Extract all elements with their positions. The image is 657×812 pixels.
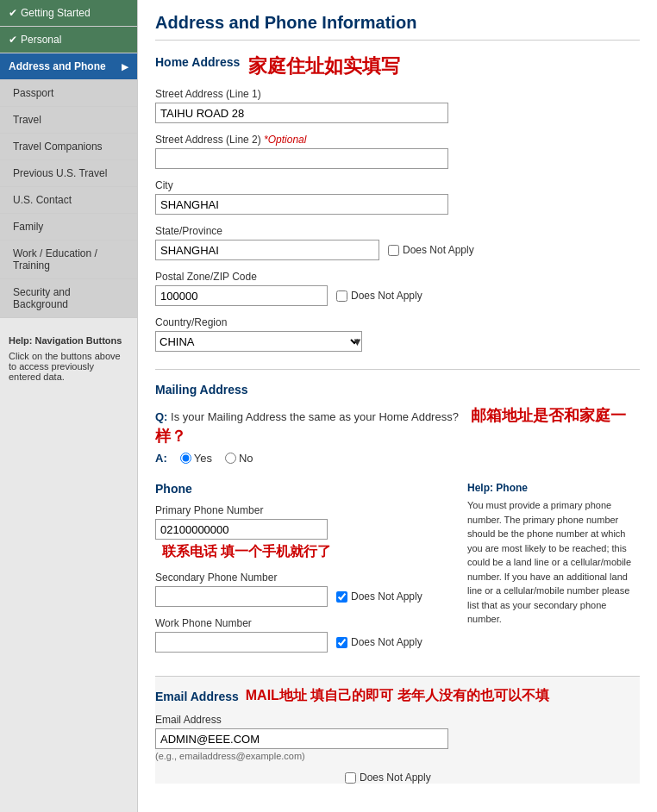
country-select[interactable]: CHINA UNITED STATES OTHER bbox=[155, 331, 362, 352]
email-group: Email Address (e.g., emailaddress@exampl… bbox=[155, 714, 640, 761]
work-does-not-apply-row: Does Not Apply bbox=[336, 636, 422, 648]
no-option[interactable]: No bbox=[225, 452, 253, 465]
email-does-not-apply-row: Does Not Apply bbox=[345, 771, 640, 784]
street1-input[interactable] bbox=[155, 103, 448, 123]
street2-group: Street Address (Line 2) *Optional bbox=[155, 134, 640, 169]
phone-section: Phone Primary Phone Number 联系电话 填一个手机就行了… bbox=[155, 482, 450, 663]
email-section: Email Address MAIL地址 填自己的即可 老年人没有的也可以不填 … bbox=[155, 676, 640, 784]
secondary-does-not-apply-label: Does Not Apply bbox=[351, 590, 422, 603]
work-does-not-apply-checkbox[interactable] bbox=[336, 637, 347, 648]
mailing-address-section: Mailing Address Q: Is your Mailing Addre… bbox=[155, 383, 640, 465]
sidebar-item-passport[interactable]: Passport bbox=[0, 80, 137, 107]
email-title-row: Email Address MAIL地址 填自己的即可 老年人没有的也可以不填 bbox=[155, 687, 640, 705]
state-does-not-apply-row: Does Not Apply bbox=[388, 244, 474, 256]
sidebar-label-family: Family bbox=[13, 221, 43, 233]
sidebar-label-us-contact: U.S. Contact bbox=[13, 194, 72, 206]
sidebar: ✔ Getting Started ✔ Personal Address and… bbox=[0, 0, 138, 812]
page-title: Address and Phone Information bbox=[155, 13, 640, 41]
sidebar-item-family[interactable]: Family bbox=[0, 214, 137, 240]
sidebar-help-text: Click on the buttons above to access pre… bbox=[9, 351, 128, 382]
sidebar-label-passport: Passport bbox=[13, 87, 53, 99]
postal-does-not-apply-checkbox[interactable] bbox=[336, 290, 347, 302]
state-does-not-apply-checkbox[interactable] bbox=[388, 245, 399, 256]
postal-input[interactable] bbox=[155, 285, 328, 306]
sidebar-label-work-education: Work / Education / Training bbox=[13, 247, 128, 272]
sidebar-label-travel: Travel bbox=[13, 114, 41, 126]
sidebar-item-personal[interactable]: ✔ Personal bbox=[0, 27, 137, 53]
sidebar-item-travel-companions[interactable]: Travel Companions bbox=[0, 134, 137, 160]
primary-phone-input[interactable] bbox=[155, 519, 328, 540]
postal-does-not-apply-label: Does Not Apply bbox=[351, 290, 422, 302]
mailing-question-text: Is your Mailing Address the same as your… bbox=[171, 410, 459, 423]
email-input[interactable] bbox=[155, 728, 448, 749]
primary-phone-group: Primary Phone Number 联系电话 填一个手机就行了 bbox=[155, 504, 450, 561]
sidebar-item-us-contact[interactable]: U.S. Contact bbox=[0, 187, 137, 214]
country-label: Country/Region bbox=[155, 316, 640, 328]
sidebar-label-personal: Personal bbox=[21, 34, 128, 46]
sidebar-item-travel[interactable]: Travel bbox=[0, 107, 137, 134]
sidebar-item-previous-us-travel[interactable]: Previous U.S. Travel bbox=[0, 160, 137, 187]
sidebar-help-title: Help: Navigation Buttons bbox=[9, 335, 128, 346]
sidebar-label-previous-us-travel: Previous U.S. Travel bbox=[13, 167, 107, 179]
street1-label: Street Address (Line 1) bbox=[155, 88, 640, 100]
street2-optional: *Optional bbox=[264, 134, 306, 146]
city-group: City bbox=[155, 179, 640, 215]
phone-help-row: Phone Primary Phone Number 联系电话 填一个手机就行了… bbox=[155, 482, 640, 663]
state-does-not-apply-label: Does Not Apply bbox=[403, 244, 474, 256]
sidebar-item-work-education[interactable]: Work / Education / Training bbox=[0, 240, 137, 279]
work-does-not-apply-label: Does Not Apply bbox=[351, 636, 422, 648]
sidebar-item-security-background[interactable]: Security and Background bbox=[0, 279, 137, 318]
email-section-title: Email Address bbox=[155, 690, 239, 703]
yes-radio[interactable] bbox=[180, 453, 191, 464]
city-label: City bbox=[155, 179, 640, 191]
sidebar-arrow-address-phone: ▶ bbox=[122, 62, 128, 72]
secondary-does-not-apply-row: Does Not Apply bbox=[336, 590, 422, 603]
q-label: Q: bbox=[155, 410, 167, 423]
street1-group: Street Address (Line 1) bbox=[155, 88, 640, 123]
phone-section-title: Phone bbox=[155, 482, 450, 496]
work-phone-input[interactable] bbox=[155, 632, 328, 653]
a-label: A: bbox=[155, 452, 167, 465]
phone-help-box: Help: Phone You must provide a primary p… bbox=[467, 482, 640, 663]
secondary-does-not-apply-checkbox[interactable] bbox=[336, 591, 347, 603]
phone-help-title: Help: Phone bbox=[467, 482, 640, 494]
state-label: State/Province bbox=[155, 225, 640, 237]
email-does-not-apply-checkbox[interactable] bbox=[345, 772, 356, 784]
answer-row: A: Yes No bbox=[155, 452, 640, 465]
street2-label: Street Address (Line 2) *Optional bbox=[155, 134, 640, 146]
main-content: Address and Phone Information Home Addre… bbox=[138, 0, 657, 812]
street2-input[interactable] bbox=[155, 148, 448, 169]
country-group: Country/Region CHINA UNITED STATES OTHER… bbox=[155, 316, 640, 352]
divider-1 bbox=[155, 369, 640, 370]
work-phone-group: Work Phone Number Does Not Apply bbox=[155, 617, 450, 653]
sidebar-item-getting-started[interactable]: ✔ Getting Started bbox=[0, 0, 137, 27]
city-input[interactable] bbox=[155, 194, 448, 215]
yes-label: Yes bbox=[194, 452, 212, 465]
state-group: State/Province Does Not Apply bbox=[155, 225, 640, 260]
no-radio[interactable] bbox=[225, 453, 236, 464]
phone-annotation: 联系电话 填一个手机就行了 bbox=[162, 544, 331, 559]
email-does-not-apply-label: Does Not Apply bbox=[360, 771, 431, 784]
home-address-annotation: 家庭住址如实填写 bbox=[248, 53, 400, 79]
mailing-question: Q: Is your Mailing Address the same as y… bbox=[155, 405, 640, 447]
sidebar-label-travel-companions: Travel Companions bbox=[13, 141, 103, 153]
state-input[interactable] bbox=[155, 240, 379, 260]
postal-label: Postal Zone/ZIP Code bbox=[155, 271, 640, 283]
home-address-title: Home Address bbox=[155, 55, 240, 69]
mailing-address-title: Mailing Address bbox=[155, 383, 640, 397]
sidebar-item-address-phone[interactable]: Address and Phone ▶ bbox=[0, 53, 137, 80]
work-phone-label: Work Phone Number bbox=[155, 617, 450, 629]
email-hint: (e.g., emailaddress@example.com) bbox=[155, 751, 640, 761]
secondary-phone-input[interactable] bbox=[155, 586, 328, 607]
no-label: No bbox=[239, 452, 253, 465]
phone-help-text: You must provide a primary phone number.… bbox=[467, 498, 640, 627]
primary-phone-label: Primary Phone Number bbox=[155, 504, 450, 516]
sidebar-label-getting-started: Getting Started bbox=[21, 7, 128, 19]
postal-does-not-apply-row: Does Not Apply bbox=[336, 290, 422, 302]
secondary-phone-group: Secondary Phone Number Does Not Apply bbox=[155, 572, 450, 607]
sidebar-help: Help: Navigation Buttons Click on the bu… bbox=[0, 327, 137, 390]
sidebar-checkmark-getting-started: ✔ bbox=[9, 7, 17, 19]
yes-option[interactable]: Yes bbox=[180, 452, 212, 465]
email-label: Email Address bbox=[155, 714, 640, 726]
postal-group: Postal Zone/ZIP Code Does Not Apply bbox=[155, 271, 640, 306]
